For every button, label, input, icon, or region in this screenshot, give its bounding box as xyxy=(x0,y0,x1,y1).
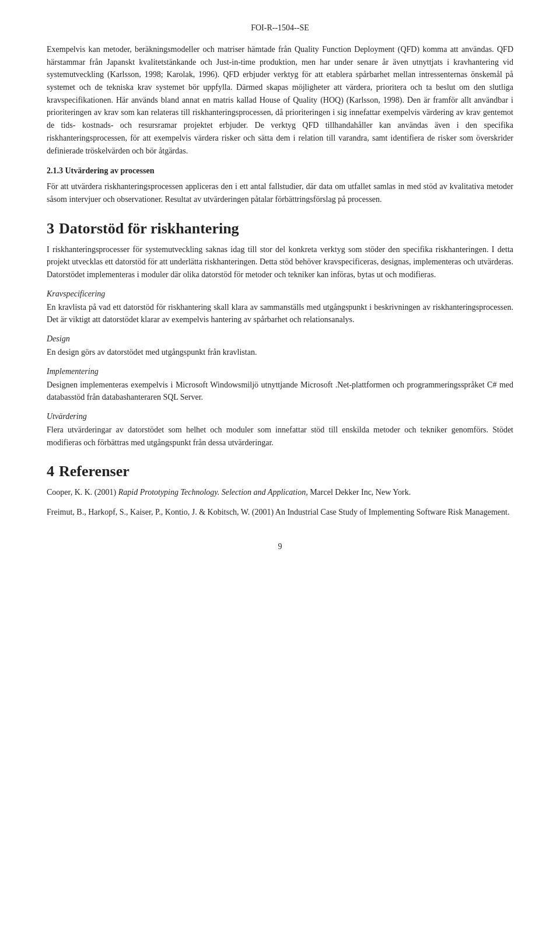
paragraph-1: Exempelvis kan metoder, beräkningsmodell… xyxy=(47,43,513,157)
paragraph-6-text: Designen implementeras exempelvis i Micr… xyxy=(47,380,513,402)
section-3-num: 3 xyxy=(47,220,54,237)
paragraph-3: I riskhanteringsprocesser för systemutve… xyxy=(47,243,513,281)
paragraph-5-text: En design görs av datorstödet med utgång… xyxy=(47,348,257,357)
paragraph-2-text: För att utvärdera riskhanteringsprocesse… xyxy=(47,182,513,204)
paragraph-4: En kravlista på vad ett datorstöd för ri… xyxy=(47,301,513,326)
page-header: FOI-R--1504--SE xyxy=(47,23,513,33)
section-213-heading: 2.1.3 Utvärdering av processen xyxy=(47,166,513,176)
heading-kravspec: Kravspecificering xyxy=(47,289,513,299)
paragraph-7: Flera utvärderingar av datorstödet som h… xyxy=(47,424,513,449)
section-3-title: Datorstöd för riskhantering xyxy=(59,220,239,237)
reference-1: Cooper, K. K. (2001) Rapid Prototyping T… xyxy=(47,486,513,499)
heading-utv: Utvärdering xyxy=(47,412,513,421)
paragraph-7-text: Flera utvärderingar av datorstödet som h… xyxy=(47,425,513,447)
heading-design: Design xyxy=(47,334,513,344)
ref1-italic: Rapid Prototyping Technology. Selection … xyxy=(118,488,308,497)
heading-impl-text: Implementering xyxy=(47,367,99,376)
heading-kravspec-text: Kravspecificering xyxy=(47,289,105,298)
paragraph-6: Designen implementeras exempelvis i Micr… xyxy=(47,379,513,404)
ref1-end: Marcel Dekker Inc, New York. xyxy=(308,488,411,497)
header-title: FOI-R--1504--SE xyxy=(251,23,309,32)
paragraph-2: För att utvärdera riskhanteringsprocesse… xyxy=(47,180,513,205)
paragraph-5: En design görs av datorstödet med utgång… xyxy=(47,346,513,359)
section-213-num: 2.1.3 xyxy=(47,166,63,175)
page-number: 9 xyxy=(47,542,513,551)
section-4-title: Referenser xyxy=(59,463,130,480)
ref2-text: Freimut, B., Harkopf, S., Kaiser, P., Ko… xyxy=(47,508,509,516)
section-213-title: Utvärdering av processen xyxy=(65,166,155,175)
ref1-text: Cooper, K. K. (2001) xyxy=(47,488,118,497)
section-4-num: 4 xyxy=(47,463,54,480)
heading-utv-text: Utvärdering xyxy=(47,412,87,421)
paragraph-4-text: En kravlista på vad ett datorstöd för ri… xyxy=(47,303,513,324)
paragraph-3-text: I riskhanteringsprocesser för systemutve… xyxy=(47,245,513,279)
section-4-heading: 4Referenser xyxy=(47,463,513,480)
heading-design-text: Design xyxy=(47,334,70,343)
paragraph-1-text: Exempelvis kan metoder, beräkningsmodell… xyxy=(47,45,513,155)
page-number-text: 9 xyxy=(278,542,282,551)
page: FOI-R--1504--SE Exempelvis kan metoder, … xyxy=(0,0,560,936)
reference-2: Freimut, B., Harkopf, S., Kaiser, P., Ko… xyxy=(47,506,513,519)
section-3-heading: 3Datorstöd för riskhantering xyxy=(47,220,513,238)
heading-impl: Implementering xyxy=(47,367,513,376)
